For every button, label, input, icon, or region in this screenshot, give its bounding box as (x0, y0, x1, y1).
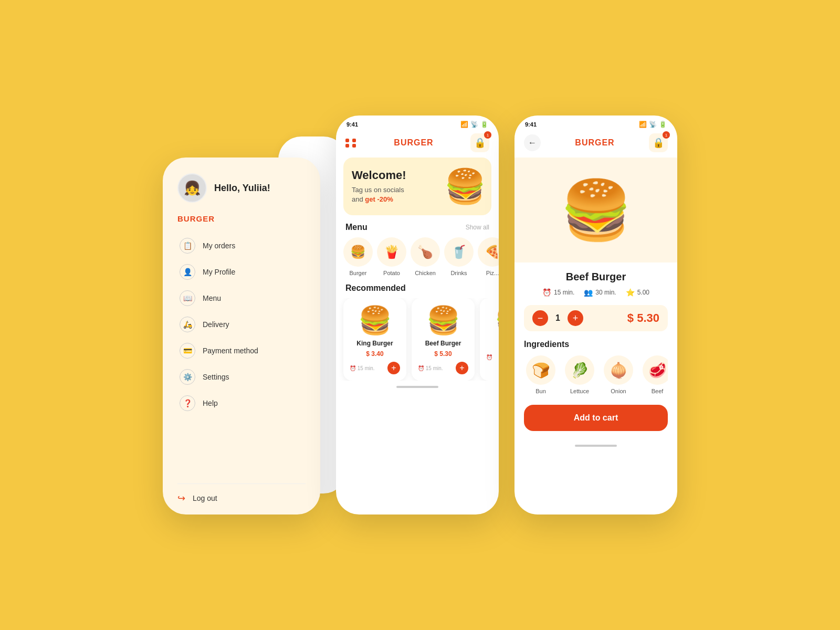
hero-text: Welcome! Tag us on socialsand get -20% (352, 169, 406, 204)
status-time: 9:41 (346, 121, 358, 128)
ingr-lettuce: 🥬 Lettuce (563, 355, 596, 394)
show-all-menu[interactable]: Show all (466, 224, 489, 231)
home-brand: BURGER (394, 138, 433, 148)
qty-plus-btn[interactable]: + (568, 310, 583, 326)
phone-home: 9:41 📶 📡 🔋 BURGER 🔒 1 (336, 116, 499, 514)
sidebar-item-settings[interactable]: ⚙️ Settings (177, 364, 306, 390)
beef-label: Beef (652, 388, 664, 394)
detail-top-bar: ← BURGER 🔒 1 (514, 130, 677, 158)
phone-detail-wrapper: 9:41 📶 📡 🔋 ← BURGER 🔒 1 🍔 (514, 116, 677, 514)
detail-wifi-icon: 📡 (649, 121, 657, 128)
profile-icon: 👤 (180, 264, 195, 280)
tagline-text: Tag us on socialsand get -20% (352, 185, 406, 204)
king-burger-add-btn[interactable]: + (387, 362, 400, 374)
home-indicator-2 (396, 386, 438, 388)
ingredients-scroll: 🍞 Bun 🥬 Lettuce 🧅 Onion 🥩 Beef (524, 355, 668, 394)
sidebar-item-help[interactable]: ❓ Help (177, 390, 306, 416)
menu-section-header: Menu Show all (336, 223, 499, 237)
status-icons: 📶 📡 🔋 (460, 121, 488, 128)
settings-icon: ⚙️ (180, 369, 195, 385)
detail-signal-icon: 📶 (639, 121, 647, 128)
sidebar-brand: BURGER (177, 214, 306, 223)
pizza-cat-icon: 🍕 (478, 237, 499, 267)
detail-item-name: Beef Burger (524, 271, 668, 283)
ingr-bun: 🍞 Bun (524, 355, 558, 394)
detail-home-indicator (575, 445, 617, 447)
qty-minus-btn[interactable]: − (532, 310, 548, 326)
lettuce-icon: 🥬 (565, 355, 594, 385)
detail-cart-button[interactable]: 🔒 1 (649, 133, 668, 152)
ingredients-title: Ingredients (524, 340, 668, 349)
detail-price: $ 5.30 (627, 311, 659, 325)
chicken-cat-icon: 🍗 (411, 237, 440, 267)
sidebar-item-my-profile[interactable]: 👤 My Profile (177, 259, 306, 285)
status-bar: 9:41 📶 📡 🔋 (336, 116, 499, 130)
qty-controls: − 1 + (532, 310, 583, 326)
detail-status-icons: 📶 📡 🔋 (639, 121, 667, 128)
settings-label: Settings (203, 373, 229, 381)
battery-icon: 🔋 (480, 121, 488, 128)
king-burger-time: ⏰ 15 min. (350, 365, 375, 371)
beef-burger-price: $ 5.30 (434, 350, 452, 358)
orders-label: My orders (203, 242, 235, 250)
detail-status-time: 9:41 (525, 121, 537, 128)
phone-sidebar: 👧 Hello, Yuliia! BURGER 📋 My orders 👤 My… (163, 158, 320, 514)
cat-drinks[interactable]: 🥤 Drinks (444, 237, 474, 276)
profile-label: My Profile (203, 268, 235, 276)
rec-card-ki[interactable]: 🍔 Ki... ⏰ (480, 298, 499, 381)
bun-label: Bun (536, 388, 546, 394)
king-burger-bottom: ⏰ 15 min. + (350, 362, 400, 374)
hero-burger-image: 🍔 (444, 167, 486, 206)
ingr-beef: 🥩 Beef (640, 355, 668, 394)
beef-burger-add-btn[interactable]: + (456, 362, 468, 374)
burger-cat-label: Burger (349, 270, 366, 276)
sidebar-item-my-orders[interactable]: 📋 My orders (177, 233, 306, 259)
star-icon: ⭐ (626, 288, 635, 297)
king-burger-name: King Burger (356, 340, 393, 347)
detail-stats: ⏰ 15 min. 👥 30 min. ⭐ 5.00 (524, 288, 668, 297)
pizza-cat-label: Piz... (486, 270, 499, 276)
onion-label: Onion (611, 388, 626, 394)
detail-content: Beef Burger ⏰ 15 min. 👥 30 min. ⭐ 5.00 (514, 262, 677, 439)
drinks-cat-icon: 🥤 (444, 237, 474, 267)
signal-icon: 📶 (460, 121, 468, 128)
cat-chicken[interactable]: 🍗 Chicken (411, 237, 440, 276)
cat-pizza[interactable]: 🍕 Piz... (478, 237, 499, 276)
cat-potato[interactable]: 🍟 Potato (377, 237, 406, 276)
discount-text: get -20% (365, 195, 393, 203)
logout-label: Log out (193, 494, 217, 502)
menu-label: Menu (203, 294, 221, 302)
logout-row[interactable]: ↪ Log out (177, 484, 306, 504)
delivery-label: Delivery (203, 320, 229, 329)
ingr-onion: 🧅 Onion (602, 355, 635, 394)
add-to-cart-button[interactable]: Add to cart (524, 405, 668, 431)
onion-icon: 🧅 (604, 355, 633, 385)
detail-hero: 🍔 (514, 158, 677, 262)
sidebar-item-menu[interactable]: 📖 Menu (177, 285, 306, 311)
detail-status-bar: 9:41 📶 📡 🔋 (514, 116, 677, 130)
detail-burger-image: 🍔 (560, 176, 632, 244)
lettuce-label: Lettuce (570, 388, 589, 394)
logout-icon: ↪ (177, 492, 185, 504)
beef-burger-bottom: ⏰ 15 min. + (418, 362, 468, 374)
phone-home-wrapper: 9:41 📶 📡 🔋 BURGER 🔒 1 (336, 116, 499, 514)
king-burger-price: $ 3.40 (366, 350, 383, 358)
sidebar-item-payment[interactable]: 💳 Payment method (177, 338, 306, 364)
rec-card-king-burger[interactable]: 🍔 King Burger $ 3.40 ⏰ 15 min. + (343, 298, 406, 381)
cat-burger[interactable]: 🍔 Burger (343, 237, 373, 276)
cart-button[interactable]: 🔒 1 (470, 133, 489, 152)
wifi-icon: 📡 (470, 121, 478, 128)
stat-time2: 👥 30 min. (584, 288, 616, 297)
sidebar-item-delivery[interactable]: 🛵 Delivery (177, 311, 306, 338)
back-button[interactable]: ← (524, 134, 541, 151)
rec-card-beef-burger[interactable]: 🍔 Beef Burger $ 5.30 ⏰ 15 min. + (412, 298, 475, 381)
detail-cart-badge: 1 (663, 131, 670, 139)
hamburger-menu-button[interactable] (345, 139, 357, 148)
help-label: Help (203, 399, 218, 407)
cart-badge: 1 (484, 131, 491, 139)
recommended-section-header: Recommended (336, 284, 499, 298)
quantity-row: − 1 + $ 5.30 (524, 305, 668, 331)
payment-icon: 💳 (180, 343, 195, 359)
menu-icon: 📖 (180, 290, 195, 306)
avatar: 👧 (177, 173, 207, 203)
